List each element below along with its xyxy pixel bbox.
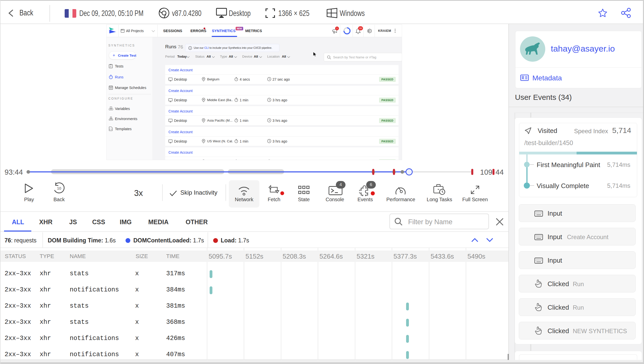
svg-text:10: 10 (57, 186, 61, 190)
